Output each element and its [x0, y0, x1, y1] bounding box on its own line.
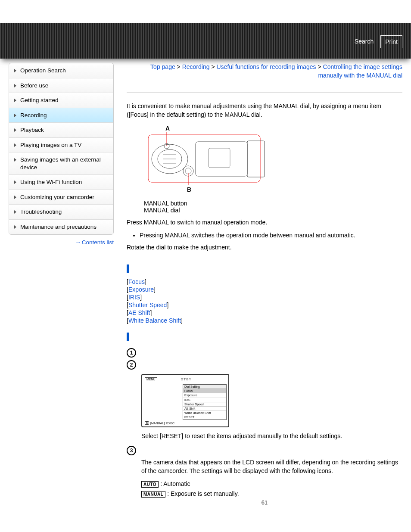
- manual-desc: : Exposure is set manually.: [167, 490, 239, 497]
- manual-icon: MANUAL: [141, 491, 165, 498]
- dial-item-link[interactable]: IRIS: [128, 294, 140, 301]
- sidebar-item-playing-tv[interactable]: Playing images on a TV: [9, 138, 113, 153]
- lcd-row: AE Shift: [183, 407, 226, 411]
- dial-item-link[interactable]: Shutter Speed: [128, 302, 167, 308]
- step-2: 2: [127, 360, 402, 370]
- sidebar-item-label: Saving images with an external device: [20, 156, 101, 171]
- sidebar-item-playback[interactable]: Playback: [9, 123, 113, 138]
- label-a: A: [165, 125, 170, 132]
- label-b-desc: MANUAL dial: [144, 207, 402, 214]
- sidebar-item-operation-search[interactable]: Operation Search: [9, 63, 113, 78]
- dial-items-list: [Focus] [Exposure] [IRIS] [Shutter Speed…: [127, 278, 402, 324]
- breadcrumb-link[interactable]: Recording: [182, 63, 210, 70]
- lcd-foot-text: [MANUAL]: EXEC: [150, 422, 174, 425]
- lcd-row: Focus: [183, 389, 226, 393]
- dial-item-link[interactable]: Focus: [128, 278, 145, 285]
- camera-data-note: The camera data that appears on the LCD …: [141, 458, 402, 476]
- sidebar-item-label: Using the Wi-Fi function: [20, 179, 82, 185]
- dial-item-link[interactable]: AE Shift: [128, 309, 150, 316]
- auto-desc: : Automatic: [160, 480, 190, 487]
- sidebar-item-saving-external[interactable]: Saving images with an external device: [9, 152, 113, 175]
- step-1: 1: [127, 348, 402, 358]
- label-a-desc: MANUAL button: [144, 200, 402, 207]
- sidebar-item-wifi[interactable]: Using the Wi-Fi function: [9, 175, 113, 190]
- sidebar-item-maintenance[interactable]: Maintenance and precautions: [9, 220, 113, 234]
- svg-rect-3: [196, 142, 247, 176]
- dial-item-link[interactable]: Exposure: [128, 286, 154, 293]
- sidebar-item-label: Recording: [20, 112, 47, 118]
- lcd-stby-text: STBY: [181, 377, 192, 381]
- lcd-menu-badge: MENU: [145, 377, 157, 381]
- divider: [127, 93, 402, 93]
- contents-list-link[interactable]: Contents list: [82, 239, 114, 246]
- sidebar-item-troubleshooting[interactable]: Troubleshooting: [9, 205, 113, 220]
- step-number-icon: 2: [127, 360, 136, 370]
- sidebar-item-label: Operation Search: [20, 67, 66, 74]
- page-number: 61: [127, 499, 402, 506]
- sidebar-item-label: Playback: [20, 127, 44, 133]
- search-button[interactable]: Search: [350, 35, 378, 48]
- lcd-panel: Dial Setting Focus Exposure IRIS Shutter…: [183, 384, 227, 420]
- svg-rect-4: [247, 141, 265, 177]
- reset-note: Select [RESET] to reset the items adjust…: [141, 432, 402, 440]
- breadcrumb-tail: Controlling the image settings manually …: [318, 63, 402, 79]
- icon-auto-row: AUTO: Automatic: [141, 480, 402, 488]
- sidebar-item-before-use[interactable]: Before use: [9, 78, 113, 93]
- sidebar-item-label: Troubleshooting: [20, 208, 62, 215]
- lcd-row: White Balance Shift: [183, 411, 226, 415]
- header-banner: Search Print: [0, 23, 411, 59]
- arrow-right-icon: →: [75, 239, 81, 246]
- auto-icon: AUTO: [141, 481, 159, 488]
- sidebar-nav: Operation Search Before use Getting star…: [9, 63, 114, 235]
- camera-illustration: A B: [140, 124, 402, 195]
- print-button[interactable]: Print: [380, 35, 402, 48]
- section-marker-icon: [127, 264, 129, 273]
- sidebar-item-label: Customizing your camcorder: [20, 194, 94, 200]
- rotate-instruction: Rotate the dial to make the adjustment.: [127, 243, 402, 252]
- label-b: B: [187, 186, 191, 193]
- sidebar-item-label: Getting started: [20, 97, 59, 103]
- sidebar-item-customizing[interactable]: Customizing your camcorder: [9, 190, 113, 205]
- main-content: Top page > Recording > Useful functions …: [127, 63, 402, 506]
- breadcrumb-link[interactable]: Top page: [150, 63, 175, 70]
- sidebar-item-recording[interactable]: Recording: [9, 108, 113, 123]
- lcd-row: RESET: [183, 415, 226, 420]
- lcd-row: Shutter Speed: [183, 402, 226, 407]
- press-instruction: Press MANUAL to switch to manual operati…: [127, 218, 402, 227]
- sidebar-item-label: Maintenance and precautions: [20, 224, 97, 230]
- lcd-panel-title: Dial Setting: [183, 385, 226, 389]
- icon-manual-row: MANUAL: Exposure is set manually.: [141, 490, 402, 498]
- step-number-icon: 3: [127, 446, 136, 455]
- sidebar-item-label: Playing images on a TV: [20, 142, 81, 148]
- lcd-row: Exposure: [183, 393, 226, 398]
- section-marker-icon: [127, 333, 129, 341]
- lcd-screenshot: MENU STBY Dial Setting Focus Exposure IR…: [141, 374, 402, 427]
- breadcrumb-link[interactable]: Useful functions for recording images: [216, 63, 316, 70]
- breadcrumb: Top page > Recording > Useful functions …: [127, 63, 402, 80]
- intro-text: It is convenient to make manual adjustme…: [127, 102, 402, 119]
- lcd-row: IRIS: [183, 398, 226, 402]
- step-number-icon: 1: [127, 348, 136, 358]
- figure-labels: MANUAL button MANUAL dial: [144, 200, 402, 214]
- sidebar-item-getting-started[interactable]: Getting started: [9, 93, 113, 108]
- press-bullet: Pressing MANUAL switches the operation m…: [140, 232, 402, 239]
- dial-item-link[interactable]: White Balance Shift: [128, 317, 181, 324]
- lcd-foot-btn-icon: B: [145, 421, 149, 425]
- svg-rect-5: [209, 148, 230, 168]
- sidebar-item-label: Before use: [20, 82, 48, 89]
- lcd-footer: B [MANUAL]: EXEC: [145, 421, 174, 425]
- step-3: 3: [127, 446, 402, 455]
